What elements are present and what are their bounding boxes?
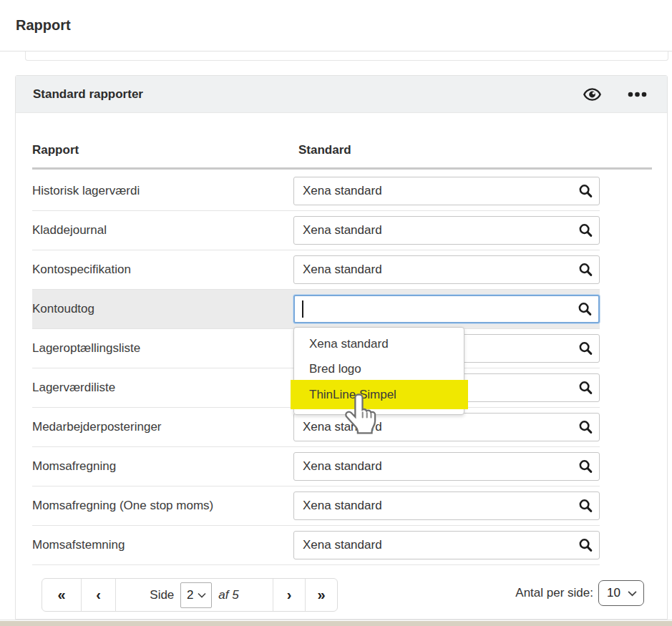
page-size-label: Antal per side: [515, 586, 593, 600]
page-count-label: af 5 [218, 588, 238, 602]
first-page-button[interactable]: « [42, 579, 81, 611]
next-page-button[interactable]: › [273, 579, 305, 611]
table-row: MomsafregningXena standard [32, 447, 600, 486]
column-header-standard: Standard [298, 137, 652, 157]
standard-combobox[interactable]: Xena standard [293, 177, 600, 205]
chevron-down-icon [628, 590, 637, 597]
search-icon [578, 263, 593, 278]
report-name: Medarbejderposteringer [32, 420, 293, 434]
report-name: Lagerværdiliste [32, 381, 293, 395]
table-row: KontospecifikationXena standard [32, 250, 600, 290]
page: Rapport Standard rapporter [0, 0, 672, 626]
side-label: Side [150, 588, 174, 602]
search-icon [578, 538, 593, 553]
report-name: Lageroptællingsliste [32, 341, 293, 356]
standard-combobox[interactable] [293, 295, 600, 323]
search-icon [578, 184, 593, 199]
pagination: « ‹ Side 2 af 5 › » [42, 578, 338, 612]
report-name: Kladdejournal [32, 223, 293, 238]
card-header: Standard rapporter [16, 76, 667, 113]
eye-icon[interactable] [583, 88, 601, 101]
standard-combobox[interactable]: Xena standard [293, 413, 600, 441]
search-icon [578, 223, 593, 238]
search-icon [578, 341, 593, 356]
ellipsis-menu-icon[interactable] [628, 92, 647, 97]
viewport-bottom-line [0, 620, 672, 620]
page-size-value: 10 [607, 586, 620, 600]
report-name: Kontoudtog [32, 302, 293, 316]
combobox-value: Xena standard [294, 499, 382, 513]
search-icon [578, 302, 593, 317]
page-size-select[interactable]: 10 [598, 580, 644, 606]
combobox-value: Xena standard [294, 538, 382, 552]
page-indicator: Side 2 af 5 [115, 579, 273, 611]
dropdown-option[interactable]: Bred logo [294, 356, 464, 381]
table-header: Rapport Standard [32, 137, 652, 170]
top-header: Rapport [0, 0, 672, 52]
standard-combobox[interactable]: Xena standard [293, 216, 600, 245]
page-select[interactable]: 2 [180, 582, 212, 608]
dropdown-option[interactable]: ThinLine Simpel [294, 381, 464, 408]
standard-dropdown: Xena standardBred logoThinLine Simpel [293, 327, 464, 415]
combobox-value: Xena standard [294, 263, 382, 277]
report-name: Kontospecifikation [32, 263, 293, 277]
report-name: Momsafstemning [32, 538, 293, 552]
page-title: Rapport [16, 0, 71, 51]
standard-combobox[interactable]: Xena standard [293, 531, 600, 559]
combobox-value: Xena standard [294, 184, 382, 198]
report-name: Momsafregning [32, 459, 293, 474]
chevron-down-icon [198, 592, 206, 598]
table-row: Historisk lagerværdiXena standard [32, 172, 600, 211]
combobox-value: Xena standard [294, 459, 382, 474]
card-title: Standard rapporter [33, 87, 583, 102]
previous-page-button[interactable]: ‹ [81, 579, 115, 611]
standard-combobox[interactable]: Xena standard [293, 452, 600, 481]
standard-combobox[interactable]: Xena standard [293, 255, 600, 284]
column-header-rapport: Rapport [32, 137, 298, 157]
previous-card-edge [25, 52, 668, 61]
search-icon [578, 459, 593, 474]
search-icon [578, 499, 593, 514]
page-select-value: 2 [187, 588, 193, 602]
bottom-bar [0, 621, 672, 626]
combobox-value: Xena standard [294, 223, 382, 238]
search-icon [578, 420, 593, 435]
card-header-actions [583, 88, 647, 101]
dropdown-option[interactable]: Xena standard [294, 331, 464, 356]
last-page-button[interactable]: » [305, 579, 337, 611]
page-size-control: Antal per side: 10 [429, 579, 644, 607]
report-name: Historisk lagerværdi [32, 184, 293, 198]
table-row: KladdejournalXena standard [32, 211, 600, 250]
combobox-value: Xena standard [294, 420, 382, 434]
search-icon [578, 381, 593, 396]
table-row: MomsafstemningXena standard [32, 526, 600, 565]
table-row: Kontoudtog [32, 290, 600, 329]
standard-combobox[interactable]: Xena standard [293, 491, 600, 520]
report-name: Momsafregning (One stop moms) [32, 499, 293, 513]
table-row: Momsafregning (One stop moms)Xena standa… [32, 486, 600, 526]
text-caret [302, 300, 303, 318]
